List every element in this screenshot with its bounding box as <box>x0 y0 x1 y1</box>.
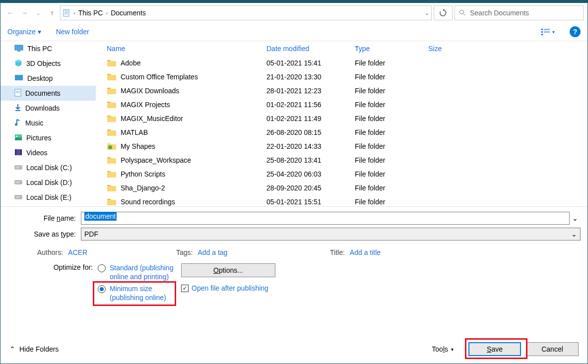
file-row[interactable]: MAGIX Projects01-02-2021 11:56File folde… <box>96 98 588 112</box>
forward-button: → <box>18 7 30 19</box>
nav-item-downloads[interactable]: Downloads <box>0 101 96 116</box>
vids-icon <box>14 149 22 157</box>
nav-item-local-disk-c-[interactable]: Local Disk (C:) <box>0 160 96 175</box>
radio-minimum-label[interactable]: Minimum size (publishing online) <box>110 284 181 302</box>
nav-item-videos[interactable]: Videos <box>0 145 96 160</box>
chevron-down-icon[interactable]: ⌄ <box>425 10 429 16</box>
folder-icon <box>107 183 117 193</box>
chevron-right-icon: › <box>73 10 75 16</box>
savetype-label: Save as type: <box>7 230 81 238</box>
nav-item-this-pc[interactable]: This PC <box>0 41 96 56</box>
svg-rect-11 <box>15 45 23 50</box>
document-icon <box>63 9 70 17</box>
search-placeholder: Search Documents <box>470 9 529 17</box>
radio-standard-label[interactable]: Standard (publishing online and printing… <box>110 263 181 281</box>
nav-item-desktop[interactable]: Desktop <box>0 71 96 86</box>
save-button[interactable]: Save <box>468 342 521 356</box>
disk-icon <box>14 179 22 186</box>
svg-rect-7 <box>544 29 550 30</box>
options-button[interactable]: Options... <box>181 263 275 277</box>
svg-rect-12 <box>17 51 20 52</box>
address-bar: ← → ⌄ ↑ › This PC › Documents ⌄ Search D… <box>0 3 588 23</box>
folder-icon <box>107 169 117 179</box>
svg-rect-26 <box>15 181 22 184</box>
svg-rect-13 <box>15 75 23 80</box>
title-value[interactable]: Add a title <box>350 248 381 256</box>
chevron-up-icon: ⌃ <box>9 345 15 353</box>
dialog-footer: ⌃ Hide Folders Tools▾ Save Cancel <box>0 339 588 360</box>
checkbox-open-after[interactable]: ✓ <box>181 285 189 292</box>
search-input[interactable]: Search Documents <box>455 5 584 20</box>
tags-value[interactable]: Add a tag <box>197 248 227 256</box>
tags-label: Tags: <box>176 248 193 256</box>
svg-point-30 <box>108 145 112 149</box>
file-row[interactable]: MATLAB26-08-2020 08:15File folder <box>96 125 588 139</box>
savetype-dropdown[interactable]: PDF⌄ <box>81 228 581 241</box>
file-row[interactable]: Custom Office Templates21-01-2020 13:30F… <box>96 70 588 84</box>
3d-icon <box>14 59 22 68</box>
hide-folders-button[interactable]: ⌃ Hide Folders <box>9 345 59 353</box>
nav-item-music[interactable]: Music <box>0 116 96 130</box>
breadcrumb-root[interactable]: This PC <box>78 9 103 17</box>
file-row[interactable]: Sound recordings05-01-2021 15:51File fol… <box>96 195 588 206</box>
svg-rect-24 <box>15 166 22 169</box>
nav-tree[interactable]: This PC3D ObjectsDesktopDocumentsDownloa… <box>0 41 96 206</box>
cancel-button[interactable]: Cancel <box>526 342 579 356</box>
recent-dropdown[interactable]: ⌄ <box>32 7 44 19</box>
svg-point-25 <box>20 167 21 168</box>
column-headers[interactable]: Name Date modified Type⌃ Size <box>96 41 588 56</box>
new-folder-button[interactable]: New folder <box>56 28 89 36</box>
docs-icon <box>14 89 21 98</box>
radio-standard[interactable] <box>98 264 106 272</box>
svg-point-27 <box>20 182 21 183</box>
svg-rect-9 <box>544 31 550 33</box>
folder-icon <box>107 197 117 206</box>
col-date[interactable]: Date modified <box>266 45 355 53</box>
col-size[interactable]: Size <box>428 45 478 53</box>
file-row[interactable]: Sha_Django-228-09-2020 20:45File folder <box>96 181 588 195</box>
file-row[interactable]: Adobe05-01-2021 15:41File folder <box>96 56 588 70</box>
down-icon <box>14 104 21 113</box>
folder-icon <box>107 114 117 123</box>
help-button[interactable]: ? <box>570 26 581 37</box>
tools-menu[interactable]: Tools▾ <box>432 345 454 353</box>
checkbox-open-after-label[interactable]: Open file after publishing <box>192 284 268 292</box>
folder-icon <box>107 155 117 165</box>
file-row[interactable]: Python Scripts25-04-2020 06:03File folde… <box>96 167 588 181</box>
refresh-button[interactable] <box>434 5 453 20</box>
nav-item-3d-objects[interactable]: 3D Objects <box>0 56 96 71</box>
svg-point-29 <box>20 197 21 198</box>
back-button: ← <box>4 7 16 19</box>
svg-rect-23 <box>20 149 22 155</box>
nav-item-documents[interactable]: Documents <box>0 86 96 101</box>
svg-point-4 <box>459 10 463 14</box>
view-icon <box>541 28 550 35</box>
col-type[interactable]: Type⌃ <box>355 45 428 53</box>
file-list[interactable]: Name Date modified Type⌃ Size Adobe05-01… <box>96 41 588 206</box>
nav-item-pictures[interactable]: Pictures <box>0 130 96 145</box>
view-options-button[interactable]: ▾ <box>541 28 555 35</box>
col-name[interactable]: Name <box>107 45 266 53</box>
disk-icon <box>14 164 22 172</box>
folder-icon <box>107 100 117 110</box>
nav-item-local-disk-e-[interactable]: Local Disk (E:) <box>0 190 96 205</box>
nav-item-local-disk-d-[interactable]: Local Disk (D:) <box>0 175 96 190</box>
svg-line-5 <box>463 14 465 16</box>
organize-menu[interactable]: Organize ▾ <box>7 28 41 36</box>
filename-dropdown[interactable]: ⌄ <box>570 214 581 222</box>
folder-icon <box>107 86 117 96</box>
radio-minimum[interactable] <box>98 285 106 293</box>
svg-rect-0 <box>64 9 69 16</box>
breadcrumb-current[interactable]: Documents <box>111 9 146 17</box>
file-row[interactable]: MAGIX_MusicEditor01-02-2021 11:49File fo… <box>96 112 588 125</box>
svg-rect-10 <box>541 34 543 35</box>
filename-input[interactable]: document <box>81 212 570 225</box>
up-button[interactable]: ↑ <box>46 7 58 19</box>
file-row[interactable]: Polyspace_Workspace25-08-2020 13:41File … <box>96 153 588 167</box>
file-row[interactable]: My Shapes22-01-2020 14:33File folder <box>96 139 588 153</box>
file-row[interactable]: MAGIX Downloads28-01-2021 12:23File fold… <box>96 84 588 98</box>
authors-label: Authors: <box>37 248 63 256</box>
authors-value[interactable]: ACER <box>68 248 87 256</box>
breadcrumb[interactable]: › This PC › Documents ⌄ <box>60 5 432 20</box>
svg-rect-8 <box>541 31 543 33</box>
